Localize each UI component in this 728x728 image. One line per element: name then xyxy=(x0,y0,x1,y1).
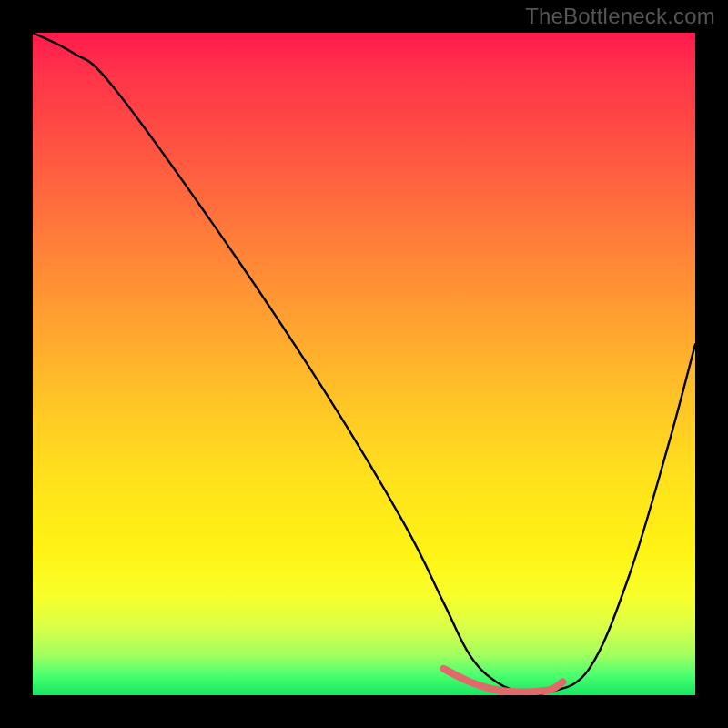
bottleneck-curve-svg xyxy=(33,33,695,695)
plot-area xyxy=(33,33,695,695)
accent-minimum-path xyxy=(443,669,562,693)
watermark-text: TheBottleneck.com xyxy=(525,4,715,29)
bottleneck-curve-path xyxy=(33,33,695,694)
